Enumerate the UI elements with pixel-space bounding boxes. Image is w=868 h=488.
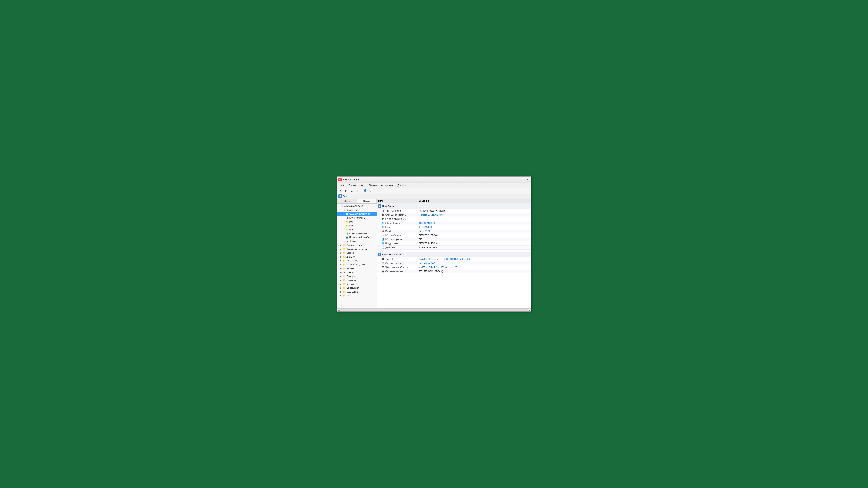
tree-stor-label: Збереження даних	[347, 263, 365, 266]
tree-motherboard[interactable]: ▶ 📁 Системна плата	[337, 243, 377, 247]
sidebar: Меню Обране ▼ 🖥 AIDA64 v6.88.6400 ▼ 🖥 Ко…	[337, 199, 377, 309]
tree-test-label: Тест	[347, 294, 351, 297]
mm-icon: 📁	[343, 259, 346, 262]
scroll-track[interactable]	[340, 309, 528, 311]
tree-ipmi[interactable]: 📁 IPMI	[337, 224, 377, 228]
menu-file[interactable]: Файл	[338, 183, 347, 187]
tree-summary[interactable]: 📋 Сумарна інформація	[337, 212, 377, 216]
menu-bar: Файл Вигляд Звіт Обране Інструменти Дові…	[337, 183, 531, 188]
tree-network[interactable]: ▶ 📁 Мережа	[337, 266, 377, 270]
back-button[interactable]: ◀	[338, 189, 343, 193]
tree-dev-label: Пристрої	[347, 275, 355, 278]
column-field-header: Поле	[377, 199, 417, 203]
expand-summary-icon	[343, 213, 345, 215]
value-os: Microsoft Windows 10 Pro	[417, 213, 531, 217]
computer-type-icon: 🖥	[382, 209, 384, 212]
expand-mm-icon: ▶	[340, 259, 342, 262]
tab-favorites[interactable]: Обране	[357, 199, 377, 203]
close-button[interactable]: ✕	[525, 178, 530, 182]
section-board-icon: 📋	[378, 253, 381, 256]
menu-report[interactable]: Звіт	[359, 183, 366, 187]
forward-button[interactable]: ▶	[344, 189, 349, 193]
toolbar-separator-1	[361, 189, 362, 193]
minimize-button[interactable]: —	[514, 178, 518, 182]
up-button[interactable]: ▲	[349, 189, 354, 193]
tree-server-label: Сервер	[347, 252, 354, 254]
value-chipset: Intel Tiger Point-LP, Intel Tiger Lake-U…	[417, 265, 531, 269]
tree-programs[interactable]: ▶ 📁 Програми	[337, 278, 377, 282]
tree-computer[interactable]: ▼ 🖥 Комп'ютер	[337, 208, 377, 212]
tree-dmi[interactable]: 📁 DMI	[337, 220, 377, 224]
db-icon: 📁	[343, 290, 346, 293]
tab-menu[interactable]: Меню	[337, 199, 357, 203]
tree-multimedia[interactable]: ▶ 📁 Мультимедіа	[337, 259, 377, 263]
expand-test-icon: ▶	[340, 294, 342, 297]
maximize-button[interactable]: □	[519, 178, 524, 182]
field-domain: 🌐 Вхід у домен	[377, 241, 417, 245]
row-os-pack: ⊞ Пакет оновлення ОС -	[377, 217, 531, 221]
edge-icon: 🌐	[382, 226, 384, 229]
user-button[interactable]: 👤	[363, 189, 368, 193]
tree-portable[interactable]: 💻 Портативний комп'ют.	[337, 235, 377, 239]
tree-security[interactable]: ▶ 📁 Безпека	[337, 282, 377, 286]
field-edge: 🌐 Edge	[377, 225, 417, 229]
server-icon: 📁	[343, 252, 346, 254]
menu-help[interactable]: Довідка	[396, 183, 407, 187]
expand-computer-icon: ▼	[340, 209, 342, 211]
tree-db-label: База даних	[347, 291, 358, 293]
menu-favorites[interactable]: Обране	[367, 183, 378, 187]
tree-oc-label: Розгін	[349, 228, 355, 231]
test-icon: 📁	[343, 294, 346, 297]
tree-computername[interactable]: 🖥 Ім'я комп'ютера	[337, 216, 377, 220]
chart-button[interactable]: 📈	[368, 189, 373, 193]
tree-mb-label: Системна плата	[347, 244, 363, 247]
mb-icon: 📁	[343, 244, 346, 247]
scroll-left-arrow[interactable]: ◀	[338, 309, 340, 311]
tree-power[interactable]: 🔋 Електроживлення	[337, 232, 377, 235]
oc-icon: 📁	[346, 228, 349, 231]
tree-storage[interactable]: ▶ 📁 Збереження даних	[337, 263, 377, 266]
tree-power-label: Електроживлення	[349, 232, 367, 235]
field-username: 👤 Ім'я користувача	[377, 237, 417, 241]
expand-ipmi-icon	[343, 225, 345, 227]
tree-os[interactable]: ▶ 📁 Операційна система	[337, 247, 377, 251]
row-computer-type: 🖥 Тип комп'ютера ACPI x64-based PC (Mobi…	[377, 209, 531, 213]
tree-test[interactable]: ▶ 📁 Тест	[337, 294, 377, 298]
tree-overclock[interactable]: 📁 Розгін	[337, 228, 377, 232]
domain-field-icon: 🌐	[382, 242, 384, 245]
tree-sec-label: Безпека	[347, 283, 354, 285]
expand-disp-icon: ▶	[340, 256, 342, 258]
field-os-pack: ⊞ Пакет оновлення ОС	[377, 217, 417, 221]
value-memory: 7573 M6 (DDR4 SDRAM)	[417, 269, 531, 273]
tree-sensor[interactable]: 🌡 Датчик	[337, 239, 377, 243]
tree-directx[interactable]: ▶ ✖ DirectX	[337, 270, 377, 274]
row-mobo: 📋 Системна плата Dell Latitude 5420	[377, 261, 531, 265]
tree-root[interactable]: ▼ 🖥 AIDA64 v6.88.6400	[337, 204, 377, 208]
net-icon: 📁	[343, 267, 346, 270]
tree-devices[interactable]: ▶ 📁 Пристрої	[337, 274, 377, 278]
scroll-right-arrow[interactable]: ▶	[529, 309, 530, 311]
directx-field-icon: ✖	[382, 230, 384, 233]
menu-tools[interactable]: Інструменти	[379, 183, 395, 187]
tree-computer-label: Комп'ютер	[347, 209, 357, 211]
toolbar: ◀ ▶ ▲ ↻ 👤 📈	[337, 188, 531, 194]
summary-icon: 📋	[346, 212, 349, 216]
tree-server[interactable]: ▶ 📁 Сервер	[337, 251, 377, 255]
expand-prog-icon: ▶	[340, 279, 342, 281]
value-mobo: Dell Latitude 5420	[417, 261, 531, 265]
section-spacer	[377, 250, 531, 252]
field-memory: 🔳 Системна пам'ять	[377, 269, 417, 273]
tree-config[interactable]: ▶ 📁 Конфігурація	[337, 286, 377, 290]
tree-summary-label: Сумарна інформація	[349, 213, 370, 215]
tree-database[interactable]: ▶ 📁 База даних	[337, 290, 377, 294]
breadcrumb-bar: 📄 Звіт	[337, 194, 531, 199]
sensor-icon: 🌡	[346, 240, 349, 243]
menu-view[interactable]: Вигляд	[347, 183, 358, 187]
breadcrumb-icon: 📄	[338, 194, 342, 198]
sec-icon: 📁	[343, 283, 346, 285]
cfg-icon: 📁	[343, 287, 346, 289]
dev-icon: 📁	[343, 275, 346, 278]
refresh-button[interactable]: ↻	[355, 189, 360, 193]
ipmi-icon: 📁	[346, 224, 349, 227]
tree-display[interactable]: ▶ 📁 Дисплей	[337, 255, 377, 259]
